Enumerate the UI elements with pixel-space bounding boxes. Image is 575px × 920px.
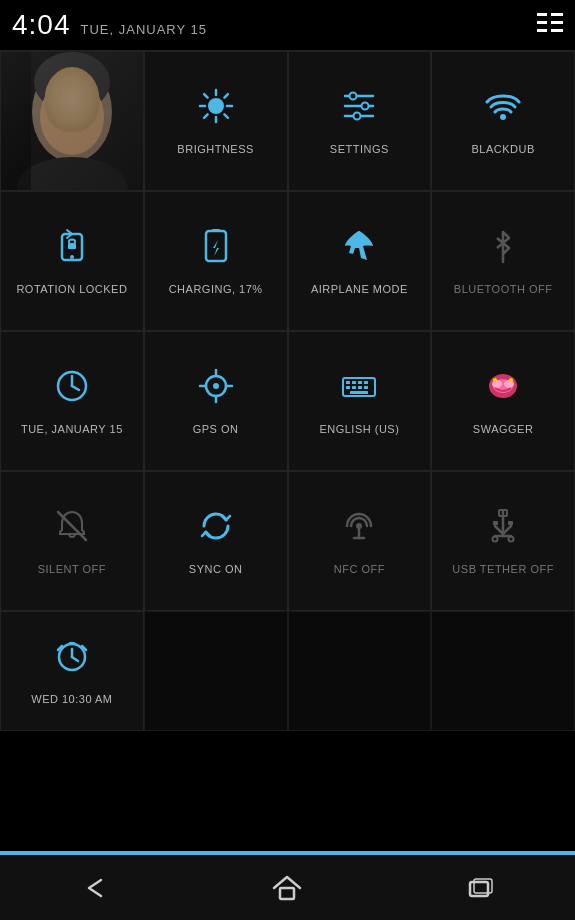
back-button[interactable] bbox=[66, 868, 126, 908]
svg-rect-35 bbox=[212, 229, 220, 232]
svg-point-27 bbox=[350, 92, 357, 99]
bluetooth-label: BLUETOOTH OFF bbox=[454, 283, 553, 296]
airplane-label: AIRPLANE MODE bbox=[311, 283, 408, 296]
sync-icon bbox=[196, 506, 236, 555]
svg-line-20 bbox=[204, 94, 208, 98]
svg-point-40 bbox=[213, 383, 219, 389]
silent-cell[interactable]: SILENT OFF bbox=[0, 471, 144, 611]
usb-tether-cell[interactable]: USB TETHER OFF bbox=[431, 471, 575, 611]
svg-rect-51 bbox=[352, 386, 356, 389]
charging-cell[interactable]: CHARGING, 17% bbox=[144, 191, 288, 331]
english-label: ENGLISH (US) bbox=[319, 423, 399, 436]
bluetooth-cell[interactable]: BLUETOOTH OFF bbox=[431, 191, 575, 331]
svg-rect-0 bbox=[551, 13, 563, 16]
brightness-cell[interactable]: BRIGHTNESS bbox=[144, 51, 288, 191]
svg-rect-5 bbox=[537, 29, 547, 32]
profile-cell[interactable] bbox=[0, 51, 144, 191]
svg-point-12 bbox=[80, 108, 90, 116]
alarm-cell[interactable]: WED 10:30 AM bbox=[0, 611, 144, 731]
usb-icon bbox=[483, 506, 523, 555]
clock-icon bbox=[52, 366, 92, 415]
svg-point-13 bbox=[17, 157, 127, 191]
svg-point-69 bbox=[509, 536, 514, 541]
svg-line-21 bbox=[224, 114, 228, 118]
nfc-cell[interactable]: NFC OFF bbox=[288, 471, 432, 611]
silent-icon bbox=[52, 506, 92, 555]
swagger-icon bbox=[483, 366, 523, 415]
charging-label: CHARGING, 17% bbox=[169, 283, 263, 296]
svg-rect-14 bbox=[1, 52, 31, 191]
keyboard-icon bbox=[339, 366, 379, 415]
svg-rect-4 bbox=[537, 21, 547, 24]
blackdub-label: BLACKDUB bbox=[471, 143, 534, 156]
svg-point-8 bbox=[32, 62, 112, 162]
home-button[interactable] bbox=[257, 868, 317, 908]
rotation-icon bbox=[52, 226, 92, 275]
svg-rect-2 bbox=[551, 29, 563, 32]
profile-image bbox=[1, 52, 143, 190]
svg-line-23 bbox=[204, 114, 208, 118]
rotation-cell[interactable]: ROTATION LOCKED bbox=[0, 191, 144, 331]
nfc-label: NFC OFF bbox=[334, 563, 385, 576]
sync-cell[interactable]: SYNC ON bbox=[144, 471, 288, 611]
svg-line-22 bbox=[224, 94, 228, 98]
blackdub-cell[interactable]: BLACKDUB bbox=[431, 51, 575, 191]
nfc-icon bbox=[339, 506, 379, 555]
gps-cell[interactable]: GPS ON bbox=[144, 331, 288, 471]
silent-label: SILENT OFF bbox=[38, 563, 106, 576]
svg-rect-49 bbox=[364, 381, 368, 384]
bottom-section: WED 10:30 AM bbox=[0, 611, 575, 731]
empty-cell-1 bbox=[144, 611, 288, 731]
brightness-label: BRIGHTNESS bbox=[177, 143, 254, 156]
svg-rect-52 bbox=[358, 386, 362, 389]
sync-label: SYNC ON bbox=[189, 563, 243, 576]
svg-rect-33 bbox=[68, 243, 76, 249]
svg-point-15 bbox=[208, 98, 224, 114]
svg-rect-1 bbox=[551, 21, 563, 24]
date-label: TUE, JANUARY 15 bbox=[21, 423, 123, 436]
menu-icon[interactable] bbox=[537, 13, 563, 38]
svg-rect-75 bbox=[280, 888, 294, 899]
svg-point-59 bbox=[493, 378, 497, 382]
svg-rect-3 bbox=[537, 13, 547, 16]
svg-point-11 bbox=[54, 108, 64, 116]
wifi-icon bbox=[483, 86, 523, 135]
airplane-cell[interactable]: AIRPLANE MODE bbox=[288, 191, 432, 331]
english-cell[interactable]: ENGLISH (US) bbox=[288, 331, 432, 471]
brightness-icon bbox=[196, 86, 236, 135]
bluetooth-icon bbox=[483, 226, 523, 275]
rotation-label: ROTATION LOCKED bbox=[16, 283, 127, 296]
alarm-label: WED 10:30 AM bbox=[31, 693, 112, 706]
navigation-bar bbox=[0, 855, 575, 920]
svg-point-29 bbox=[354, 112, 361, 119]
svg-rect-7 bbox=[1, 52, 71, 191]
svg-point-30 bbox=[500, 114, 506, 120]
recents-button[interactable] bbox=[449, 868, 509, 908]
settings-label: SETTINGS bbox=[330, 143, 389, 156]
svg-rect-65 bbox=[493, 521, 498, 525]
date-cell[interactable]: TUE, JANUARY 15 bbox=[0, 331, 144, 471]
svg-rect-34 bbox=[206, 231, 226, 261]
svg-line-38 bbox=[72, 386, 79, 390]
svg-rect-50 bbox=[346, 386, 350, 389]
status-bar: 4:04 TUE, JANUARY 15 bbox=[0, 0, 575, 50]
gps-label: GPS ON bbox=[193, 423, 239, 436]
svg-rect-76 bbox=[470, 882, 488, 896]
swagger-cell[interactable]: SWAGGER bbox=[431, 331, 575, 471]
svg-point-28 bbox=[362, 102, 369, 109]
gps-icon bbox=[196, 366, 236, 415]
svg-rect-66 bbox=[508, 521, 513, 525]
empty-cell-3 bbox=[431, 611, 575, 731]
svg-point-60 bbox=[509, 378, 513, 382]
alarm-icon bbox=[52, 636, 92, 685]
empty-cell-2 bbox=[288, 611, 432, 731]
airplane-icon bbox=[339, 226, 379, 275]
svg-rect-47 bbox=[352, 381, 356, 384]
quick-settings-grid: BRIGHTNESS SETTINGS BLACK bbox=[0, 50, 575, 611]
svg-rect-46 bbox=[346, 381, 350, 384]
date-display: TUE, JANUARY 15 bbox=[81, 22, 208, 37]
svg-line-72 bbox=[72, 657, 78, 661]
svg-point-10 bbox=[40, 79, 104, 155]
settings-cell[interactable]: SETTINGS bbox=[288, 51, 432, 191]
charging-icon bbox=[196, 226, 236, 275]
